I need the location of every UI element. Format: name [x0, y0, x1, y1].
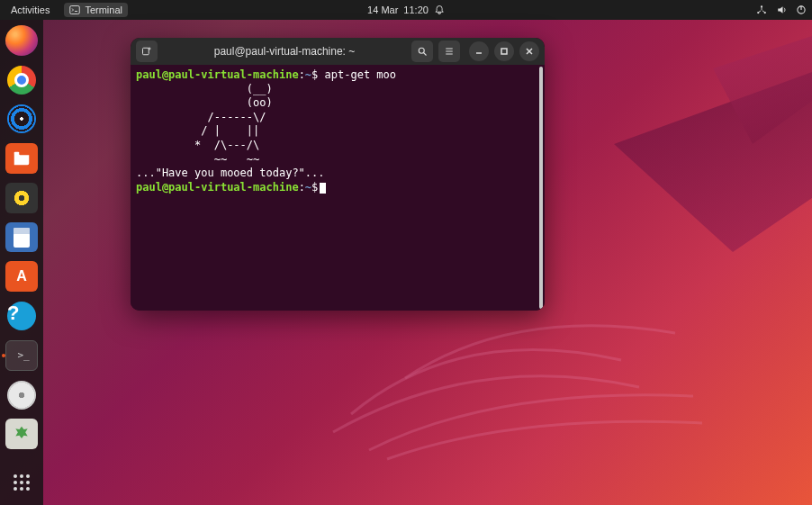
- terminal-body[interactable]: paul@paul-virtual-machine:~$ apt-get moo…: [131, 65, 545, 311]
- system-tray[interactable]: [756, 5, 807, 15]
- grid-icon: [13, 473, 31, 491]
- dock-libreoffice[interactable]: [5, 222, 38, 253]
- prompt-sep: :: [299, 68, 305, 81]
- terminal-window: paul@paul-virtual-machine: ~ paul@paul-v…: [131, 38, 545, 311]
- dock: [0, 20, 43, 505]
- power-icon: [796, 5, 807, 15]
- app-indicator-label: Terminal: [85, 5, 122, 15]
- titlebar[interactable]: paul@paul-virtual-machine: ~: [131, 38, 545, 65]
- ascii-art: / | ||: [136, 124, 539, 139]
- ascii-art: * /\---/\: [136, 139, 539, 153]
- svg-line-18: [424, 53, 427, 56]
- svg-point-11: [20, 481, 23, 484]
- dock-chrome[interactable]: [5, 65, 38, 95]
- prompt-path: ~: [305, 68, 311, 81]
- svg-rect-23: [501, 49, 507, 54]
- prompt-symbol: $: [311, 68, 318, 81]
- terminal-icon: [69, 5, 80, 15]
- ascii-art: ~~ ~~: [136, 153, 539, 167]
- svg-point-10: [14, 481, 17, 484]
- dock-help[interactable]: [5, 301, 38, 331]
- svg-point-15: [26, 487, 30, 491]
- close-button[interactable]: [519, 41, 539, 61]
- clock[interactable]: 14 Mar 11:20: [367, 5, 445, 15]
- prompt-user: paul@paul-virtual-machine: [136, 181, 299, 194]
- cursor: [320, 183, 326, 194]
- terminal-line: paul@paul-virtual-machine:~$: [136, 181, 539, 195]
- svg-rect-0: [70, 6, 80, 14]
- svg-point-7: [14, 474, 17, 478]
- ascii-art: /------\/: [136, 111, 539, 125]
- svg-point-12: [26, 481, 30, 484]
- wallpaper-shape: [614, 72, 812, 252]
- svg-point-17: [419, 48, 424, 53]
- dock-trash[interactable]: [5, 419, 38, 449]
- prompt-sep: :: [299, 181, 305, 194]
- svg-point-13: [14, 487, 17, 491]
- dock-rhythmbox[interactable]: [5, 183, 38, 213]
- dock-software[interactable]: [5, 261, 38, 292]
- minimize-button[interactable]: [469, 41, 489, 61]
- svg-point-14: [20, 487, 23, 491]
- date-label: 14 Mar: [367, 5, 398, 15]
- dock-disc[interactable]: [5, 380, 38, 410]
- terminal-line: paul@paul-virtual-machine:~$ apt-get moo: [136, 68, 539, 83]
- notification-icon: [434, 5, 445, 15]
- network-icon: [756, 5, 767, 15]
- maximize-button[interactable]: [494, 41, 514, 61]
- dock-terminal[interactable]: [5, 340, 38, 371]
- window-title: paul@paul-virtual-machine: ~: [163, 45, 406, 58]
- ascii-art: (__): [136, 83, 539, 97]
- search-button[interactable]: [411, 41, 433, 62]
- dock-coach[interactable]: [5, 104, 38, 134]
- top-panel: Activities Terminal 14 Mar 11:20: [0, 0, 812, 20]
- app-indicator[interactable]: Terminal: [64, 3, 128, 17]
- prompt-symbol: $: [311, 181, 318, 194]
- volume-icon: [776, 5, 787, 15]
- prompt-path: ~: [305, 181, 311, 194]
- menu-button[interactable]: [438, 41, 460, 62]
- activities-button[interactable]: Activities: [5, 3, 55, 17]
- show-applications-button[interactable]: [5, 467, 38, 498]
- time-label: 11:20: [403, 5, 429, 15]
- svg-point-9: [26, 474, 30, 478]
- new-tab-button[interactable]: [136, 41, 158, 62]
- svg-rect-16: [143, 48, 149, 55]
- svg-rect-6: [14, 152, 20, 155]
- prompt-user: paul@paul-virtual-machine: [136, 68, 299, 81]
- dock-files[interactable]: [5, 143, 38, 174]
- ascii-art: (oo): [136, 96, 539, 111]
- wallpaper-shape: [713, 36, 812, 144]
- svg-point-8: [20, 474, 23, 478]
- output-text: ..."Have you mooed today?"...: [136, 167, 539, 181]
- command: apt-get moo: [325, 68, 396, 81]
- dock-firefox[interactable]: [5, 25, 38, 56]
